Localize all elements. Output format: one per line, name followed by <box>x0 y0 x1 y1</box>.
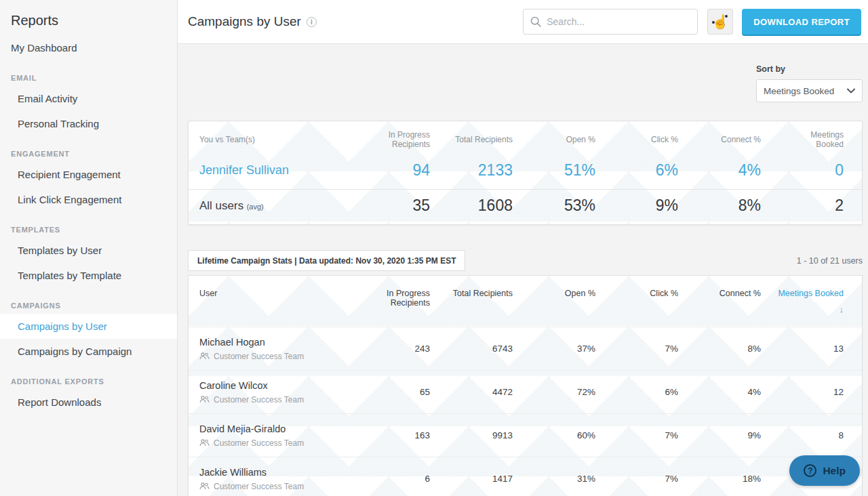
user-name: Michael Hogan <box>199 337 347 348</box>
summary-col-open: Open % <box>513 135 595 144</box>
total-recipients-value: 9913 <box>430 430 513 440</box>
summary-avg-open: 53% <box>513 197 595 215</box>
column-header-connect[interactable]: Connect % <box>678 289 761 298</box>
user-name: David Mejia-Giraldo <box>199 423 347 434</box>
table-header-row: User In Progress Recipients Total Recipi… <box>189 276 862 327</box>
sidebar-item-templates-by-user[interactable]: Templates by User <box>0 238 177 263</box>
chevron-down-icon <box>847 88 855 94</box>
table-row[interactable]: David Mejia-Giraldo Customer Success Tea… <box>189 413 862 457</box>
user-cell: Jackie Williams Customer Success Team <box>189 467 347 491</box>
sort-row: Sort by Meetings Booked <box>188 64 863 102</box>
page-title-text: Campaigns by User <box>188 14 301 29</box>
summary-col-connect: Connect % <box>678 135 761 144</box>
sidebar-section-additional-exports: ADDITIONAL EXPORTS <box>0 367 177 390</box>
summary-you-click: 6% <box>595 161 678 180</box>
team-name: Customer Success Team <box>214 482 304 491</box>
column-header-meetings-booked[interactable]: Meetings Booked ↓ <box>761 289 862 314</box>
question-icon: ? <box>804 464 816 477</box>
summary-avg-connect: 8% <box>678 197 761 215</box>
sidebar-item-link-click-engagement[interactable]: Link Click Engagement <box>0 187 177 212</box>
sidebar-item-campaigns-by-user[interactable]: Campaigns by User <box>0 314 177 339</box>
summary-avg-click: 9% <box>595 197 678 215</box>
sort-by-select[interactable]: Meetings Booked <box>756 79 863 102</box>
sort-descending-icon: ↓ <box>761 304 844 314</box>
user-cell: Michael Hogan Customer Success Team <box>189 337 347 361</box>
search-input[interactable] <box>547 16 690 27</box>
search-icon <box>530 16 541 27</box>
header-actions: ☝ DOWNLOAD REPORT <box>523 9 861 35</box>
lifetime-stats-label: Lifetime Campaign Stats | Data updated: … <box>188 250 465 271</box>
summary-row-you: Jennifer Sullivan 94 2133 51% 6% 4% 0 <box>189 154 862 189</box>
summary-col-total-recipients: Total Recipients <box>430 135 513 144</box>
click-value: 7% <box>595 430 678 440</box>
user-team: Customer Success Team <box>199 482 347 491</box>
summary-you-connect: 4% <box>678 161 761 180</box>
main-area: Campaigns by User i ☝ DOWNLOAD REPORT So… <box>178 0 868 496</box>
download-report-button[interactable]: DOWNLOAD REPORT <box>742 9 861 35</box>
user-name: Caroline Wilcox <box>199 380 347 391</box>
column-header-total-recipients[interactable]: Total Recipients <box>430 289 513 298</box>
summary-you-meetings: 0 <box>761 161 862 180</box>
summary-col-meetings-booked: Meetings Booked <box>761 130 862 149</box>
column-header-in-progress[interactable]: In Progress Recipients <box>347 289 430 308</box>
open-value: 72% <box>513 387 595 397</box>
user-name: Jackie Williams <box>199 467 347 478</box>
search-box <box>523 9 698 35</box>
table-row[interactable]: Caroline Wilcox Customer Success Team 65… <box>189 370 862 413</box>
sidebar-section-templates: TEMPLATES <box>0 215 177 238</box>
column-header-user[interactable]: User <box>189 289 347 298</box>
users-table: User In Progress Recipients Total Recipi… <box>188 275 863 496</box>
summary-you-total-recipients: 2133 <box>430 161 513 180</box>
summary-header-label: You vs Team(s) <box>189 135 347 144</box>
user-team: Customer Success Team <box>199 438 347 448</box>
meetings-booked-header-text: Meetings Booked <box>778 289 844 298</box>
summary-avg-meetings: 2 <box>761 197 862 215</box>
summary-user-name[interactable]: Jennifer Sullivan <box>189 163 347 178</box>
sort-by-value: Meetings Booked <box>764 86 834 96</box>
in-progress-value: 65 <box>347 387 430 397</box>
summary-all-users-label: All users (avg) <box>189 199 347 213</box>
sidebar-item-recipient-engagement[interactable]: Recipient Engagement <box>0 162 177 187</box>
sidebar-item-my-dashboard[interactable]: My Dashboard <box>0 35 177 60</box>
avg-suffix: (avg) <box>247 203 264 211</box>
in-progress-value: 163 <box>347 430 430 440</box>
connect-value: 4% <box>678 387 761 397</box>
walkthrough-hand-icon[interactable]: ☝ <box>707 9 733 35</box>
content: Sort by Meetings Booked You vs Team(s) I… <box>178 64 868 496</box>
user-cell: Caroline Wilcox Customer Success Team <box>189 380 347 405</box>
sidebar: Reports My Dashboard EMAIL Email Activit… <box>0 0 178 496</box>
summary-avg-in-progress: 35 <box>347 197 430 215</box>
meetings-value: 8 <box>761 430 862 440</box>
open-value: 60% <box>513 430 595 440</box>
column-header-open[interactable]: Open % <box>513 289 595 298</box>
summary-col-in-progress: In Progress Recipients <box>347 130 430 149</box>
connect-value: 8% <box>678 344 761 354</box>
sort-by-label: Sort by <box>756 64 863 74</box>
sidebar-section-engagement: ENGAGEMENT <box>0 139 177 162</box>
sidebar-item-report-downloads[interactable]: Report Downloads <box>0 390 177 415</box>
sidebar-item-templates-by-template[interactable]: Templates by Template <box>0 263 177 288</box>
sidebar-item-campaigns-by-campaign[interactable]: Campaigns by Campaign <box>0 339 177 364</box>
in-progress-value: 243 <box>347 344 430 354</box>
total-recipients-value: 1417 <box>430 474 513 484</box>
team-name: Customer Success Team <box>214 438 304 448</box>
help-button[interactable]: ? Help <box>789 455 860 486</box>
connect-value: 18% <box>678 474 761 484</box>
summary-avg-total-recipients: 1608 <box>430 197 513 215</box>
table-row[interactable]: Jackie Williams Customer Success Team 6 … <box>189 457 862 496</box>
open-value: 31% <box>513 474 595 484</box>
info-icon[interactable]: i <box>307 17 317 27</box>
column-header-click[interactable]: Click % <box>595 289 678 298</box>
help-label: Help <box>823 465 846 477</box>
meetings-value: 12 <box>761 387 862 397</box>
total-recipients-value: 4472 <box>430 387 513 397</box>
sidebar-item-email-activity[interactable]: Email Activity <box>0 86 177 111</box>
open-value: 37% <box>513 344 595 354</box>
total-recipients-value: 6743 <box>430 344 513 354</box>
team-name: Customer Success Team <box>214 352 304 361</box>
sort-block: Sort by Meetings Booked <box>756 64 863 102</box>
table-row[interactable]: Michael Hogan Customer Success Team 243 … <box>189 327 862 370</box>
sidebar-item-personal-tracking[interactable]: Personal Tracking <box>0 111 177 136</box>
click-value: 6% <box>595 387 678 397</box>
stats-row: Lifetime Campaign Stats | Data updated: … <box>188 250 863 271</box>
